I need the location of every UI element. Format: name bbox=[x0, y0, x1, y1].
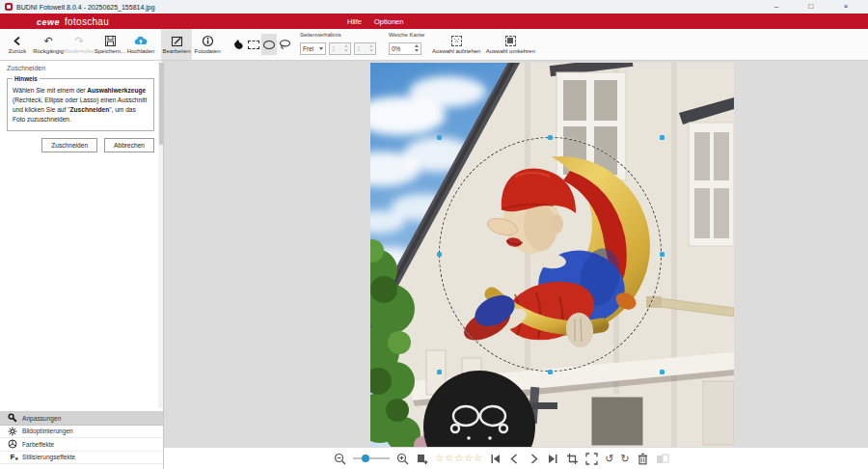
rectangle-marquee-icon bbox=[248, 41, 259, 49]
hand-tool[interactable] bbox=[231, 34, 246, 55]
app-icon bbox=[5, 3, 13, 11]
image-optimize-icon bbox=[8, 427, 17, 436]
crop-icon[interactable] bbox=[566, 452, 579, 465]
undo-button[interactable]: ↶ Rückgängig bbox=[33, 29, 64, 60]
cewe-logo: cewe bbox=[37, 17, 60, 27]
maximize-button[interactable]: □ bbox=[794, 0, 828, 14]
crop-side-panel: Zuschneiden Hinweis Wählen Sie mit einem… bbox=[0, 61, 164, 469]
info-circle-icon bbox=[202, 35, 214, 47]
upload-button[interactable]: Hochladen bbox=[125, 29, 156, 60]
back-chevron-icon bbox=[12, 35, 24, 47]
ellipse-select-tool[interactable] bbox=[261, 34, 277, 55]
category-farbeffekte[interactable]: Farbeffekte bbox=[0, 438, 163, 452]
minimize-button[interactable]: – bbox=[759, 0, 794, 14]
invert-selection-button[interactable]: Auswahl umkehren bbox=[483, 29, 537, 60]
scrollbar-thumb[interactable] bbox=[159, 63, 163, 145]
upload-cloud-icon bbox=[134, 35, 148, 47]
category-stilisierungseffekte[interactable]: F★ Stilisierungseffekte bbox=[0, 452, 163, 465]
category-bildoptimierungen[interactable]: Bildoptimierungen bbox=[0, 426, 163, 439]
effects-accordion: Anpassungen Bildoptimierungen bbox=[0, 411, 163, 464]
chevron-down-icon bbox=[319, 47, 323, 50]
menu-item-hilfe[interactable]: Hilfe bbox=[347, 17, 362, 26]
star-icon[interactable]: ☆ bbox=[454, 453, 463, 464]
menu-bar: cewe fotoschau Hilfe Optionen bbox=[0, 14, 868, 29]
redo-arrow-icon: ↷ bbox=[74, 35, 83, 47]
aspect-ratio-label: Seitenverhältnis bbox=[300, 32, 376, 38]
photo-image[interactable] bbox=[370, 63, 734, 447]
window-title: BUDNI Fotowelt 8.0.4 - 20250625_155814.j… bbox=[16, 4, 155, 11]
feather-label: Weiche Kante bbox=[389, 32, 424, 38]
selection-handle-bottom-left[interactable] bbox=[437, 370, 442, 374]
previous-photo-icon[interactable] bbox=[508, 452, 521, 465]
ratio-height-stepper: 1 bbox=[354, 42, 376, 55]
main-toolbar: Zurück ↶ Rückgängig ↷ Wiederholen Speich… bbox=[0, 29, 868, 61]
cancel-button[interactable]: Abbrechen bbox=[104, 138, 154, 152]
lasso-select-tool[interactable] bbox=[277, 34, 292, 55]
panel-title: Zuschneiden bbox=[0, 61, 163, 74]
selection-handle-bottom-center[interactable] bbox=[548, 370, 553, 374]
ellipse-marquee-icon bbox=[263, 41, 275, 49]
photo-info-button[interactable]: Fotodaten bbox=[192, 29, 223, 60]
selection-handle-bottom-right[interactable] bbox=[660, 370, 665, 374]
crop-confirm-button[interactable]: Zuschneiden bbox=[41, 138, 97, 152]
lasso-icon bbox=[279, 39, 291, 50]
save-floppy-icon bbox=[104, 35, 117, 47]
selection-handle-top-center[interactable] bbox=[548, 135, 553, 140]
edit-button[interactable]: Bearbeiten bbox=[161, 29, 192, 60]
next-photo-icon[interactable] bbox=[528, 452, 540, 465]
back-button[interactable]: Zurück bbox=[2, 29, 33, 60]
selection-handle-top-right[interactable] bbox=[660, 135, 665, 140]
app-name: fotoschau bbox=[65, 16, 109, 27]
aspect-ratio-select[interactable]: Frei bbox=[300, 42, 326, 55]
star-icon[interactable]: ☆ bbox=[474, 453, 482, 464]
color-effects-icon bbox=[8, 439, 17, 449]
rotate-left-icon[interactable]: ↺ bbox=[605, 452, 613, 465]
selection-invert-icon bbox=[505, 36, 516, 46]
viewer-toolbar: ☆☆☆☆☆ bbox=[164, 448, 868, 469]
star-icon[interactable]: ☆ bbox=[445, 453, 453, 464]
feather-group: Weiche Kante 0% bbox=[381, 29, 429, 60]
selection-handle-mid-right[interactable] bbox=[660, 252, 665, 257]
hint-legend: Hinweis bbox=[13, 74, 40, 84]
selection-ellipse[interactable] bbox=[439, 137, 662, 372]
style-effects-icon: F★ bbox=[8, 453, 17, 462]
star-icon[interactable]: ☆ bbox=[435, 453, 444, 464]
zoom-in-icon[interactable] bbox=[396, 452, 409, 465]
selection-expand-icon bbox=[451, 36, 462, 46]
first-photo-icon[interactable] bbox=[489, 452, 502, 465]
fullscreen-icon[interactable] bbox=[585, 452, 598, 465]
photo-canvas: ☆☆☆☆☆ bbox=[164, 61, 868, 469]
zoom-slider[interactable] bbox=[353, 457, 390, 459]
close-button[interactable]: × bbox=[828, 0, 863, 14]
compare-icon bbox=[656, 452, 669, 465]
selection-handle-mid-left[interactable] bbox=[437, 252, 442, 257]
adjustments-icon bbox=[8, 413, 17, 423]
feather-stepper[interactable]: 0% bbox=[389, 42, 421, 55]
zoom-out-icon[interactable] bbox=[334, 452, 346, 465]
category-anpassungen[interactable]: Anpassungen bbox=[0, 412, 163, 426]
title-bar: BUDNI Fotowelt 8.0.4 - 20250625_155814.j… bbox=[0, 0, 868, 14]
save-button[interactable]: Speichern... bbox=[95, 29, 125, 60]
rating-stars[interactable]: ☆☆☆☆☆ bbox=[435, 453, 482, 464]
star-icon[interactable]: ☆ bbox=[464, 453, 473, 464]
rotate-right-icon[interactable]: ↻ bbox=[620, 452, 629, 465]
delete-icon[interactable] bbox=[637, 452, 649, 465]
rectangle-select-tool[interactable] bbox=[246, 34, 261, 55]
last-photo-icon[interactable] bbox=[547, 452, 559, 465]
undo-arrow-icon: ↶ bbox=[43, 35, 52, 47]
add-photo-icon[interactable] bbox=[416, 452, 428, 465]
selection-handle-top-left[interactable] bbox=[437, 135, 442, 140]
ratio-width-stepper: 1 bbox=[329, 42, 351, 55]
window-controls: – □ × bbox=[759, 0, 863, 14]
hand-icon bbox=[232, 39, 244, 50]
redo-button: ↷ Wiederholen bbox=[64, 29, 95, 60]
aspect-ratio-group: Seitenverhältnis Frei 1 1 bbox=[292, 29, 381, 60]
brand-logo: cewe fotoschau bbox=[37, 16, 109, 27]
menu-item-optionen[interactable]: Optionen bbox=[374, 17, 403, 26]
hint-box: Hinweis Wählen Sie mit einem der Auswahl… bbox=[7, 74, 154, 131]
panel-scrollbar[interactable] bbox=[158, 61, 163, 408]
zoom-slider-knob[interactable] bbox=[362, 455, 369, 462]
edit-pencil-icon bbox=[171, 35, 183, 47]
expand-selection-button[interactable]: Auswahl aufziehen bbox=[429, 29, 483, 60]
